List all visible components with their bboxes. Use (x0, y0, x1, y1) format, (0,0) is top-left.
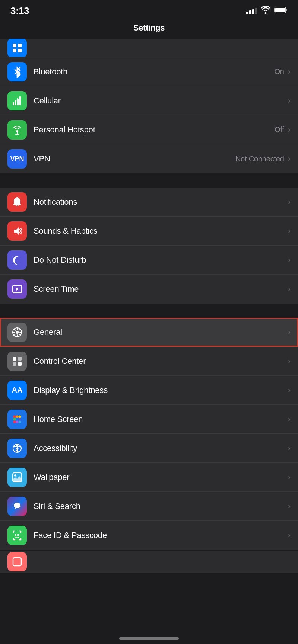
display-label: Display & Brightness (34, 385, 284, 395)
group-gap-1 (0, 174, 298, 188)
svg-point-37 (16, 418, 19, 420)
svg-rect-18 (13, 292, 22, 293)
status-icons (246, 6, 288, 15)
siri-icon (7, 497, 27, 516)
top-partial-row[interactable] (0, 39, 298, 57)
battery-icon (274, 7, 288, 15)
settings-row-general[interactable]: General › (0, 318, 298, 347)
connectivity-group: Bluetooth On › Cellular › (0, 57, 298, 173)
svg-rect-1 (286, 9, 287, 11)
notifications-icon (7, 192, 27, 212)
svg-line-27 (19, 329, 20, 330)
accessibility-label: Accessibility (34, 443, 284, 453)
sounds-label: Sounds & Haptics (34, 226, 284, 236)
home-indicator (119, 637, 179, 640)
vpn-icon: VPN (7, 149, 27, 169)
screentime-icon (7, 279, 27, 299)
wifi-icon (261, 6, 270, 15)
display-icon: AA (7, 381, 27, 400)
hotspot-value: Off (275, 125, 284, 134)
vpn-value: Not Connected (235, 155, 284, 163)
system-group: General › Control Center › AA Display & … (0, 318, 298, 550)
cellular-icon (7, 91, 27, 110)
control-center-label: Control Center (34, 356, 284, 366)
homescreen-label: Home Screen (34, 414, 284, 424)
bluetooth-chevron: › (288, 67, 291, 77)
notifications-chevron: › (288, 197, 291, 207)
accessibility-chevron: › (288, 443, 291, 453)
settings-row-homescreen[interactable]: Home Screen › (0, 405, 298, 434)
wallpaper-chevron: › (288, 472, 291, 482)
settings-row-control-center[interactable]: Control Center › (0, 347, 298, 376)
wallpaper-label: Wallpaper (34, 472, 284, 482)
settings-row-dnd[interactable]: Do Not Disturb › (0, 246, 298, 275)
dnd-chevron: › (288, 255, 291, 265)
faceid-label: Face ID & Passcode (34, 531, 284, 540)
hotspot-label: Personal Hotspot (34, 125, 275, 135)
svg-rect-14 (13, 204, 21, 205)
bluetooth-value: On (274, 67, 284, 76)
settings-row-sounds[interactable]: Sounds & Haptics › (0, 217, 298, 246)
settings-row-hotspot[interactable]: Personal Hotspot Off › (0, 115, 298, 144)
faceid-icon (7, 526, 27, 545)
settings-row-cellular[interactable]: Cellular › (0, 86, 298, 115)
settings-row-wallpaper[interactable]: Wallpaper › (0, 463, 298, 492)
svg-line-25 (14, 329, 16, 330)
hotspot-chevron: › (288, 125, 291, 135)
svg-rect-5 (13, 49, 16, 52)
partial-icon (7, 39, 27, 57)
svg-line-26 (19, 334, 20, 336)
settings-row-faceid[interactable]: Face ID & Passcode › (0, 521, 298, 550)
cellular-chevron: › (288, 96, 291, 106)
control-center-icon (7, 352, 27, 371)
svg-point-35 (19, 415, 21, 418)
svg-rect-6 (18, 49, 22, 52)
settings-row-siri[interactable]: Siri & Search › (0, 492, 298, 521)
wallpaper-icon (7, 468, 27, 487)
svg-marker-16 (14, 227, 19, 235)
svg-rect-7 (13, 102, 14, 105)
svg-point-33 (13, 415, 16, 418)
svg-line-28 (14, 334, 16, 336)
homescreen-icon (7, 410, 27, 429)
svg-rect-29 (13, 357, 16, 361)
svg-rect-30 (18, 357, 22, 361)
settings-row-accessibility[interactable]: Accessibility › (0, 434, 298, 463)
screentime-label: Screen Time (34, 284, 284, 294)
svg-point-40 (16, 420, 19, 423)
settings-row-screentime[interactable]: Screen Time › (0, 275, 298, 304)
svg-rect-10 (19, 96, 21, 105)
settings-row-bluetooth[interactable]: Bluetooth On › (0, 57, 298, 86)
svg-rect-3 (13, 44, 16, 47)
display-chevron: › (288, 385, 291, 395)
notifications-label: Notifications (34, 197, 284, 207)
vpn-chevron: › (288, 154, 291, 164)
svg-point-15 (16, 197, 18, 198)
svg-rect-2 (275, 8, 285, 12)
bottom-partial-row[interactable] (0, 551, 298, 573)
status-bar: 3:13 (0, 0, 298, 20)
bluetooth-label: Bluetooth (34, 67, 274, 77)
sounds-chevron: › (288, 226, 291, 236)
settings-row-display[interactable]: AA Display & Brightness › (0, 376, 298, 405)
bluetooth-icon (7, 62, 27, 81)
settings-row-notifications[interactable]: Notifications › (0, 188, 298, 217)
svg-rect-32 (18, 362, 22, 366)
accessibility-icon (7, 439, 27, 458)
svg-rect-8 (15, 100, 16, 105)
page-title: Settings (0, 20, 298, 39)
siri-label: Siri & Search (34, 502, 284, 511)
svg-point-36 (13, 418, 16, 420)
group-gap-2 (0, 304, 298, 318)
hotspot-icon (7, 120, 27, 140)
settings-row-vpn[interactable]: VPN VPN Not Connected › (0, 144, 298, 173)
svg-rect-4 (18, 44, 22, 47)
faceid-chevron: › (288, 531, 291, 540)
svg-rect-31 (13, 362, 16, 366)
signal-icon (246, 7, 257, 14)
control-center-chevron: › (288, 356, 291, 366)
svg-point-38 (19, 418, 21, 420)
status-time: 3:13 (10, 5, 29, 17)
svg-point-41 (19, 420, 21, 423)
svg-point-20 (16, 331, 19, 334)
